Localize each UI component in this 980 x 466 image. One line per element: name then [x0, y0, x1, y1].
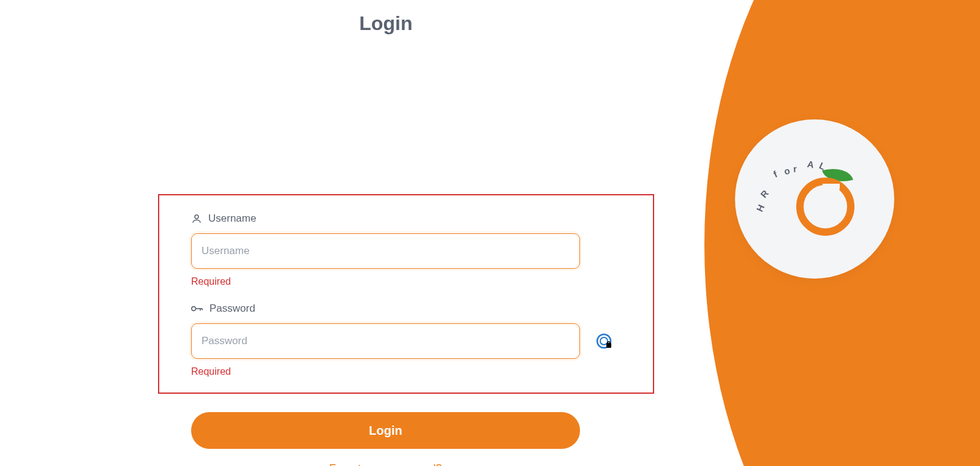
- orange-fruit-icon: [796, 178, 854, 236]
- form-highlight-box: Username Required Password: [158, 194, 654, 394]
- password-manager-icon[interactable]: [596, 333, 612, 349]
- svg-point-0: [195, 215, 198, 219]
- password-input[interactable]: [191, 323, 580, 359]
- username-error: Required: [191, 276, 621, 287]
- user-icon: [191, 213, 202, 224]
- password-error: Required: [191, 366, 621, 377]
- login-form-container: Login Username Required: [159, 12, 612, 466]
- key-icon: [191, 303, 203, 314]
- login-button[interactable]: Login: [191, 412, 580, 449]
- brand-logo: H R f o r A L L: [735, 119, 894, 279]
- password-label-text: Password: [209, 303, 255, 315]
- forgot-password-link[interactable]: Forgot your password?: [191, 462, 580, 466]
- username-field-group: Username Required: [191, 212, 621, 287]
- password-field-group: Password Required: [191, 303, 621, 377]
- svg-point-1: [192, 307, 196, 311]
- svg-rect-7: [606, 343, 611, 348]
- username-label-text: Username: [208, 212, 256, 225]
- password-label: Password: [191, 303, 621, 315]
- username-input[interactable]: [191, 233, 580, 269]
- username-label: Username: [191, 212, 621, 225]
- page-title: Login: [159, 12, 612, 35]
